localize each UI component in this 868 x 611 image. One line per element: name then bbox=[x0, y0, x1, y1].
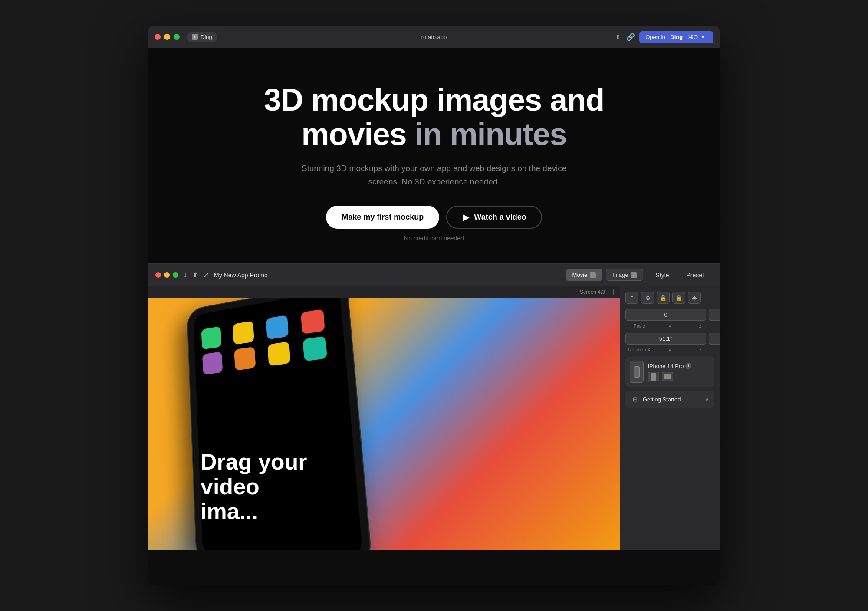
open-in-button[interactable]: Open in Ding ⌘O ▾ bbox=[639, 31, 713, 43]
panel-toolbar: ⌃ ⊕ 🔓 🔒 ◈ bbox=[625, 292, 714, 304]
minimize-button[interactable] bbox=[164, 34, 170, 40]
app-close-button[interactable] bbox=[155, 272, 161, 278]
app-document-title: My New App Promo bbox=[214, 272, 268, 279]
browser-window: ⬇ Ding rotato.app ⬆ 🔗 Open in Ding ⌘O ▾ … bbox=[148, 26, 720, 585]
rotation-inputs bbox=[625, 333, 714, 345]
app-title-bar: ↓ ⬆ ⤢ My New App Promo Movie Image Style… bbox=[148, 264, 720, 286]
device-icon-preview bbox=[630, 361, 644, 383]
watch-video-button[interactable]: ▶ Watch a video bbox=[446, 206, 542, 229]
app-icon-8 bbox=[302, 336, 327, 361]
chevron-up-icon[interactable]: ⌃ bbox=[625, 292, 638, 304]
getting-started-left: ⊞ Getting Started bbox=[631, 395, 681, 404]
getting-started-section[interactable]: ⊞ Getting Started ∨ bbox=[625, 391, 714, 408]
phone-mockup-area: Drag your video ima... bbox=[148, 298, 620, 550]
getting-started-chevron: ∨ bbox=[705, 396, 709, 403]
app-icon-5 bbox=[202, 351, 223, 375]
device-info-icon[interactable]: ℹ bbox=[685, 363, 691, 369]
app-content: Screen 4:3 bbox=[148, 286, 720, 550]
layers-icon[interactable]: ◈ bbox=[688, 292, 701, 304]
no-credit-card-text: No credit card needed bbox=[166, 235, 702, 242]
device-name: iPhone 14 Pro ℹ bbox=[648, 363, 710, 369]
rotation-labels: Rotation X y z bbox=[625, 347, 714, 352]
style-preset-tabs: Style Preset bbox=[647, 269, 713, 281]
lock-closed-icon[interactable]: 🔒 bbox=[672, 292, 685, 304]
landscape-variant-button[interactable] bbox=[662, 372, 673, 381]
preset-tab[interactable]: Preset bbox=[678, 269, 713, 281]
app-toolbar-right: Movie Image Style Preset bbox=[566, 269, 713, 281]
app-minimize-button[interactable] bbox=[164, 272, 170, 278]
app-icon-3 bbox=[266, 315, 289, 340]
device-info: iPhone 14 Pro ℹ bbox=[648, 363, 710, 381]
browser-title-bar: ⬇ Ding rotato.app ⬆ 🔗 Open in Ding ⌘O ▾ bbox=[148, 26, 720, 48]
app-icon-1 bbox=[201, 326, 222, 350]
hero-title: 3D mockup images and movies in minutes bbox=[166, 83, 702, 151]
movie-icon bbox=[590, 272, 596, 278]
app-toolbar-icons: ↓ ⬆ ⤢ bbox=[184, 271, 209, 279]
movie-mode-button[interactable]: Movie bbox=[566, 269, 603, 281]
screen-label: Screen 4:3 bbox=[580, 289, 614, 295]
share-icon[interactable]: ⬆ bbox=[192, 271, 198, 279]
app-icon-7 bbox=[267, 342, 290, 366]
position-inputs bbox=[625, 309, 714, 321]
position-labels: Pos x y z bbox=[625, 323, 714, 328]
portrait-variant-button[interactable] bbox=[648, 372, 659, 381]
tab-title: Ding bbox=[201, 34, 212, 40]
canvas-header: Screen 4:3 bbox=[148, 286, 620, 298]
image-icon bbox=[631, 272, 637, 278]
position-icon[interactable]: ⊕ bbox=[641, 292, 654, 304]
browser-traffic-lights bbox=[155, 34, 180, 40]
maximize-button[interactable] bbox=[174, 34, 180, 40]
app-icon-4 bbox=[301, 309, 325, 335]
app-icon-6 bbox=[234, 347, 256, 371]
make-mockup-button[interactable]: Make my first mockup bbox=[326, 206, 439, 229]
landscape-icon bbox=[664, 374, 671, 379]
device-item[interactable]: iPhone 14 Pro ℹ bbox=[625, 357, 714, 387]
download-icon[interactable]: ↓ bbox=[184, 271, 187, 279]
browser-share-icon[interactable]: ⬆ bbox=[613, 33, 622, 41]
getting-started-icon: ⊞ bbox=[631, 395, 639, 404]
getting-started-label: Getting Started bbox=[643, 396, 681, 403]
app-maximize-button[interactable] bbox=[173, 272, 178, 278]
right-panel: ⌃ ⊕ 🔓 🔒 ◈ Pos x y z bbox=[620, 286, 720, 550]
screen-resize-icon[interactable] bbox=[608, 289, 614, 295]
canvas-area: Screen 4:3 bbox=[148, 286, 620, 550]
device-variant-buttons bbox=[648, 372, 710, 381]
close-button[interactable] bbox=[155, 34, 161, 40]
app-traffic-lights bbox=[155, 272, 178, 278]
app-icon-2 bbox=[233, 321, 254, 345]
drag-text-overlay: Drag your video ima... bbox=[201, 450, 307, 524]
rot-y-input[interactable] bbox=[709, 333, 720, 345]
phone-app-grid bbox=[193, 298, 346, 384]
rot-x-input[interactable] bbox=[625, 333, 706, 345]
toolbar-right: ⬆ 🔗 Open in Ding ⌘O ▾ bbox=[613, 31, 713, 43]
style-tab[interactable]: Style bbox=[647, 269, 677, 281]
app-preview: ↓ ⬆ ⤢ My New App Promo Movie Image Style… bbox=[148, 263, 720, 550]
browser-tab[interactable]: ⬇ Ding bbox=[187, 32, 217, 42]
portrait-icon bbox=[651, 373, 656, 381]
pos-y-input[interactable] bbox=[709, 309, 720, 321]
pos-x-input[interactable] bbox=[625, 309, 706, 321]
lock-open-icon[interactable]: 🔓 bbox=[657, 292, 670, 304]
hero-subtitle: Stunning 3D mockups with your own app an… bbox=[286, 162, 582, 188]
url-bar: rotato.app bbox=[421, 34, 447, 40]
hero-section: 3D mockup images and movies in minutes S… bbox=[148, 48, 720, 263]
dropdown-arrow-icon[interactable]: ▾ bbox=[700, 35, 707, 39]
tab-favicon: ⬇ bbox=[192, 34, 198, 40]
browser-link-icon[interactable]: 🔗 bbox=[626, 33, 635, 41]
expand-icon[interactable]: ⤢ bbox=[203, 271, 209, 279]
hero-buttons: Make my first mockup ▶ Watch a video bbox=[166, 206, 702, 229]
play-icon: ▶ bbox=[462, 213, 470, 222]
image-mode-button[interactable]: Image bbox=[606, 269, 643, 281]
